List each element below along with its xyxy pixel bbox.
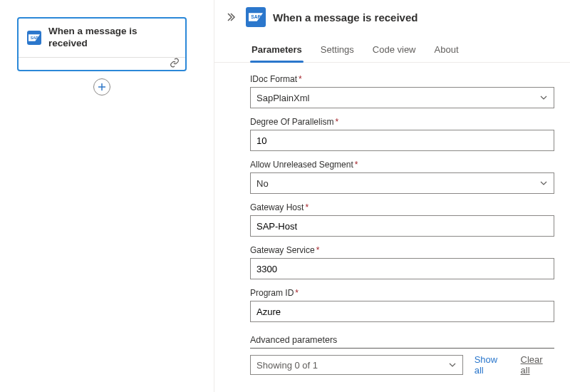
tab-about[interactable]: About (433, 40, 460, 62)
parallelism-label: Degree Of Parallelism* (250, 117, 554, 127)
svg-text:SAP: SAP (251, 15, 261, 20)
unreleased-select[interactable]: No (250, 172, 554, 194)
details-panel: SAP When a message is received Parameter… (214, 0, 570, 392)
chevron-down-icon (448, 361, 457, 369)
chevron-down-icon (539, 179, 548, 187)
program-id-label: Program ID* (250, 288, 554, 298)
designer-canvas: SAP When a message is received (0, 0, 214, 392)
idoc-format-value: SapPlainXml (256, 93, 309, 103)
idoc-format-select[interactable]: SapPlainXml (250, 87, 554, 108)
panel-tabs: Parameters Settings Code view About (214, 27, 570, 63)
parallelism-input[interactable] (250, 130, 554, 151)
gateway-service-label: Gateway Service* (250, 245, 554, 255)
collapse-panel-button[interactable] (223, 9, 239, 25)
connection-icon (170, 58, 180, 70)
gateway-service-input[interactable] (250, 258, 554, 279)
advanced-parameters-title: Advanced parameters (250, 335, 554, 349)
tab-parameters[interactable]: Parameters (250, 40, 304, 62)
trigger-card-footer (19, 57, 185, 70)
trigger-card[interactable]: SAP When a message is received (17, 17, 187, 71)
trigger-card-title: When a message is received (48, 26, 177, 50)
tab-code-view[interactable]: Code view (371, 40, 418, 62)
trigger-card-header: SAP When a message is received (19, 19, 185, 57)
chevron-down-icon (539, 93, 548, 102)
panel-body: IDoc Format* SapPlainXml Degree Of Paral… (214, 63, 570, 392)
unreleased-label: Allow Unreleased Segment* (250, 160, 554, 170)
add-step-button[interactable] (93, 78, 110, 96)
gateway-host-label: Gateway Host* (250, 202, 554, 212)
panel-title: When a message is received (273, 11, 418, 24)
svg-text:SAP: SAP (31, 36, 38, 40)
sap-icon: SAP (246, 7, 266, 27)
advanced-parameters-value: Showing 0 of 1 (256, 360, 318, 371)
program-id-input[interactable] (250, 301, 554, 322)
unreleased-value: No (256, 178, 269, 189)
panel-header: SAP When a message is received (214, 0, 570, 27)
advanced-parameters-section: Advanced parameters Showing 0 of 1 Show … (250, 335, 554, 376)
advanced-parameters-select[interactable]: Showing 0 of 1 (250, 355, 463, 375)
sap-icon: SAP (27, 31, 41, 45)
show-all-button[interactable]: Show all (475, 354, 509, 376)
gateway-host-input[interactable] (250, 215, 554, 237)
idoc-format-label: IDoc Format* (250, 74, 554, 84)
clear-all-button[interactable]: Clear all (521, 354, 554, 376)
tab-settings[interactable]: Settings (319, 40, 356, 62)
